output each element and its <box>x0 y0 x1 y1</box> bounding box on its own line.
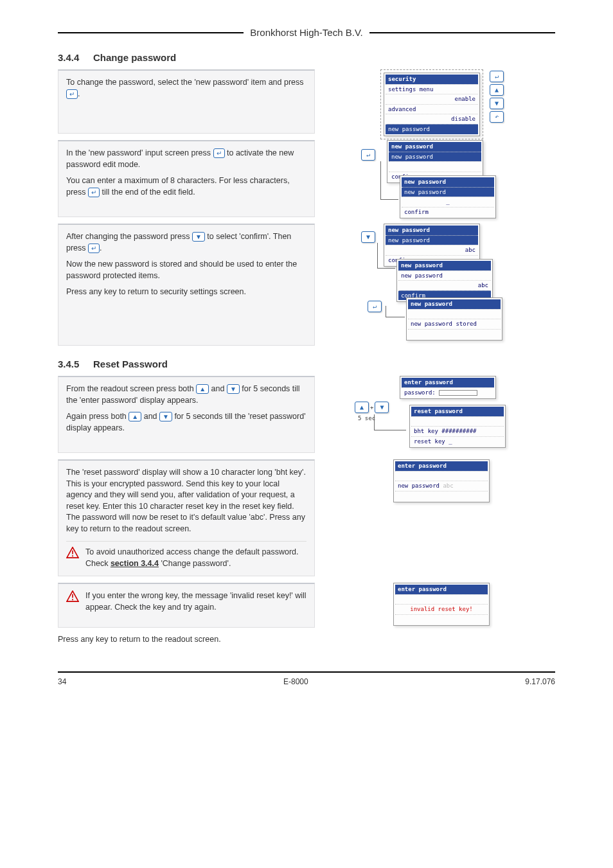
undo-key-icon: ↶ <box>490 111 504 123</box>
down-key-icon: ▼ <box>227 384 240 394</box>
diagram-new-password-set: enter password new password abc <box>323 459 555 511</box>
warning-icon <box>66 547 79 558</box>
enter-key-icon: ↵ <box>213 148 225 158</box>
warning-text: If you enter the wrong key, the message … <box>85 590 306 613</box>
enter-key-icon: ↵ <box>490 71 504 82</box>
diagram-invalid-key: enter password invalid reset key! <box>323 583 555 628</box>
diagram-new-password-input: ↵ new password new password confirm new … <box>323 140 555 217</box>
warning-text: To avoid unauthorized access change the … <box>85 547 306 569</box>
instruction-block: If you enter the wrong key, the message … <box>58 583 315 628</box>
diagram-confirm-sequence: ▼ new password new password abc confirm … <box>323 224 555 346</box>
page-header: Bronkhorst High-Tech B.V. <box>58 26 555 39</box>
section-link[interactable]: section 3.4.4 <box>111 559 159 568</box>
company-name: Bronkhorst High-Tech B.V. <box>244 26 369 39</box>
enter-key-icon: ↵ <box>66 89 78 99</box>
up-key-icon: ▲ <box>355 402 369 413</box>
page-footer: 34 E-8000 9.17.076 <box>58 671 555 687</box>
enter-key-icon: ↵ <box>88 188 100 197</box>
instruction-block: From the readout screen press both ▲ and… <box>58 376 315 453</box>
page-number: 34 <box>58 677 66 687</box>
svg-point-3 <box>72 599 73 600</box>
instruction-block: In the 'new password' input screen press… <box>58 140 315 217</box>
header-rule-right <box>369 32 555 33</box>
header-rule-left <box>58 32 244 33</box>
doc-id: E-8000 <box>283 677 308 687</box>
warning-icon <box>66 590 79 602</box>
instruction-block: After changing the password press ▼ to s… <box>58 224 315 346</box>
enter-key-icon: ↵ <box>88 244 100 253</box>
svg-point-1 <box>72 555 73 556</box>
down-key-icon: ▼ <box>490 98 504 109</box>
instruction-block: To change the password, select the 'new … <box>58 69 315 134</box>
up-key-icon: ▲ <box>490 84 504 96</box>
down-key-icon: ▼ <box>375 402 389 413</box>
down-key-icon: ▼ <box>361 231 375 243</box>
rev-number: 9.17.076 <box>525 677 555 687</box>
down-key-icon: ▼ <box>192 232 205 242</box>
diagram-security-menu: security settings menu enable advanced d… <box>323 69 555 134</box>
final-instruction: Press any key to return to the readout s… <box>58 634 555 646</box>
down-key-icon: ▼ <box>159 412 172 421</box>
enter-key-icon: ↵ <box>361 149 375 161</box>
instruction-block: The 'reset password' display will show a… <box>58 459 315 576</box>
section-heading-reset-password: 3.4.5Reset Password <box>58 357 555 371</box>
up-key-icon: ▲ <box>129 412 141 421</box>
section-heading-change-password: 3.4.4Change password <box>58 51 555 64</box>
up-key-icon: ▲ <box>196 384 209 394</box>
diagram-reset-sequence: enter password password: ▲ + ▼ 5 sec res… <box>323 376 555 453</box>
enter-key-icon: ↵ <box>368 301 382 312</box>
